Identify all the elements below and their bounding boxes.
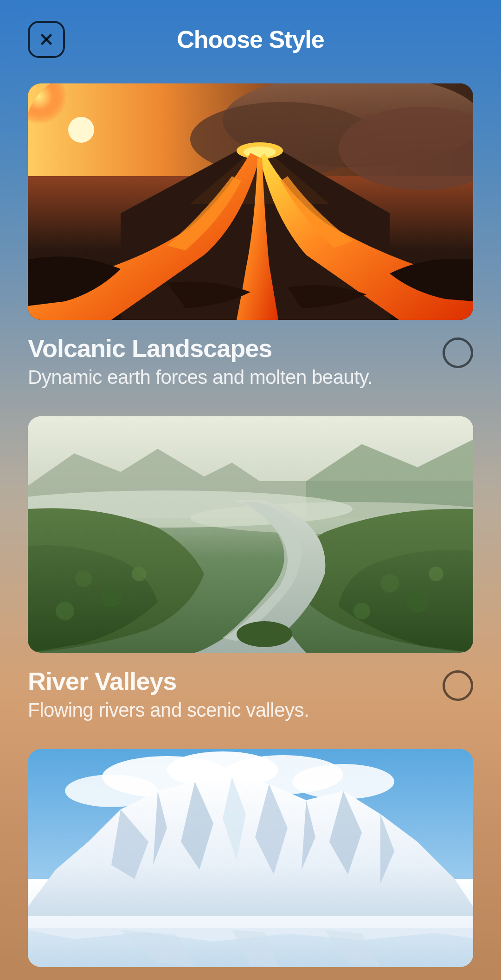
- style-card-snow[interactable]: [28, 749, 473, 967]
- style-image-river: [28, 416, 473, 653]
- svg-point-4: [68, 117, 94, 143]
- style-description: Dynamic earth forces and molten beauty.: [28, 366, 429, 388]
- style-title: River Valleys: [28, 667, 429, 695]
- style-card-river[interactable]: River Valleys Flowing rivers and scenic …: [28, 416, 473, 721]
- close-button[interactable]: [28, 21, 65, 58]
- svg-point-9: [244, 146, 276, 158]
- svg-point-20: [353, 603, 370, 619]
- style-description: Flowing rivers and scenic valleys.: [28, 699, 429, 721]
- svg-point-13: [237, 621, 292, 647]
- close-icon: [38, 31, 55, 48]
- style-image-snow: [28, 749, 473, 967]
- header: Choose Style: [28, 19, 473, 60]
- svg-point-15: [101, 587, 122, 607]
- svg-point-21: [429, 566, 443, 581]
- svg-point-19: [406, 591, 429, 613]
- svg-point-14: [75, 570, 92, 587]
- style-title: Volcanic Landscapes: [28, 334, 429, 363]
- svg-point-16: [56, 602, 74, 620]
- radio-button-volcanic[interactable]: [443, 337, 473, 368]
- style-card-volcanic[interactable]: Volcanic Landscapes Dynamic earth forces…: [28, 83, 473, 388]
- page-title: Choose Style: [177, 25, 324, 53]
- svg-point-17: [132, 566, 147, 581]
- radio-button-river[interactable]: [443, 670, 473, 701]
- style-image-volcanic: [28, 83, 473, 320]
- svg-point-18: [380, 574, 399, 592]
